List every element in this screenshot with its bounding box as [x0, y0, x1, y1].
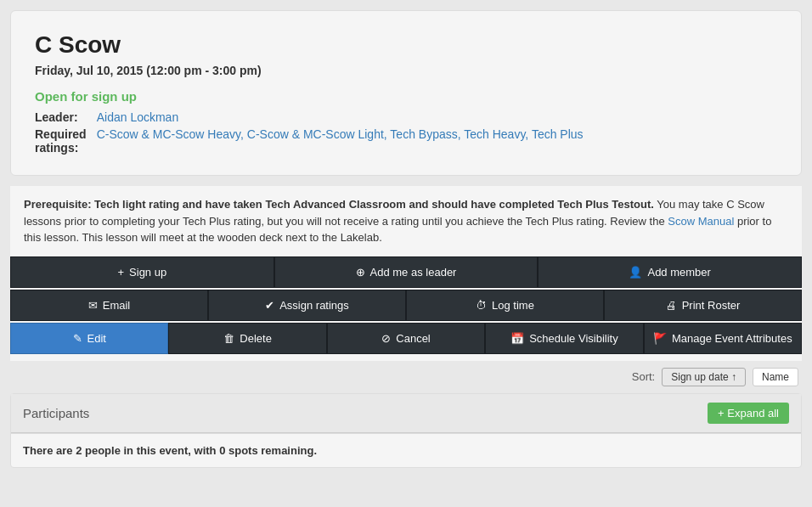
event-date: Friday, Jul 10, 2015 (12:00 pm - 3:00 pm… — [35, 64, 777, 77]
event-right-details: Open for sign up Leader: Aidan Lockman R… — [35, 89, 584, 155]
print-roster-button[interactable]: 🖨 Print Roster — [604, 290, 802, 321]
manage-event-attrs-button[interactable]: 🚩 Manage Event Attributes — [644, 323, 802, 354]
ratings-label: Requiredratings: — [35, 127, 87, 155]
event-status: Open for sign up — [35, 89, 584, 104]
assign-ratings-label: Assign ratings — [279, 299, 349, 312]
log-time-label: Log time — [492, 299, 534, 312]
leader-label: Leader: — [35, 110, 87, 124]
action-buttons: + Sign up ⊕ Add me as leader 👤 Add membe… — [10, 256, 802, 361]
manage-event-attrs-label: Manage Event Attributes — [672, 332, 792, 345]
log-time-button[interactable]: ⏱ Log time — [406, 290, 604, 321]
sort-signup-date-button[interactable]: Sign up date ↑ — [662, 368, 746, 386]
email-label: Email — [103, 299, 131, 312]
participants-section: Participants + Expand all There are 2 pe… — [10, 393, 802, 468]
add-leader-button[interactable]: ⊕ Add me as leader — [274, 256, 539, 288]
plus-icon: + — [117, 266, 124, 279]
participants-info: There are 2 people in this event, with 0… — [11, 433, 801, 467]
page-wrapper: C Scow Friday, Jul 10, 2015 (12:00 pm - … — [0, 0, 812, 478]
printer-icon: 🖨 — [666, 299, 677, 312]
prereq-bold: Prerequisite: Tech light rating and have… — [24, 198, 654, 211]
add-member-button[interactable]: 👤 Add member — [538, 256, 802, 288]
participants-title: Participants — [23, 406, 89, 420]
calendar-icon: 📅 — [510, 332, 524, 345]
cancel-button[interactable]: ⊘ Cancel — [327, 323, 485, 354]
delete-label: Delete — [240, 332, 272, 345]
scow-manual-link[interactable]: Scow Manual — [668, 215, 734, 228]
print-roster-label: Print Roster — [682, 299, 741, 312]
email-button[interactable]: ✉ Email — [10, 290, 208, 321]
schedule-visibility-button[interactable]: 📅 Schedule Visibility — [485, 323, 643, 354]
button-row-1: + Sign up ⊕ Add me as leader 👤 Add membe… — [10, 256, 802, 288]
event-card: C Scow Friday, Jul 10, 2015 (12:00 pm - … — [10, 10, 802, 176]
button-row-2: ✉ Email ✔ Assign ratings ⏱ Log time 🖨 Pr… — [10, 290, 802, 321]
button-row-3: ✎ Edit 🗑 Delete ⊘ Cancel 📅 Schedule Visi… — [10, 323, 802, 354]
assign-ratings-button[interactable]: ✔ Assign ratings — [208, 290, 406, 321]
event-title: C Scow — [35, 31, 777, 59]
detail-table: Leader: Aidan Lockman Requiredratings: C… — [35, 110, 584, 155]
cancel-icon: ⊘ — [381, 332, 391, 345]
sign-up-label: Sign up — [129, 266, 166, 279]
trash-icon: 🗑 — [223, 332, 234, 345]
checkmark-icon: ✔ — [265, 299, 274, 312]
add-leader-icon: ⊕ — [356, 266, 365, 279]
flag-icon: 🚩 — [653, 332, 667, 345]
participants-header: Participants + Expand all — [11, 394, 801, 433]
expand-all-button[interactable]: + Expand all — [708, 403, 789, 424]
leader-name[interactable]: Aidan Lockman — [97, 110, 584, 124]
sort-name-button[interactable]: Name — [753, 368, 798, 386]
edit-icon: ✎ — [73, 332, 82, 345]
user-icon: 👤 — [629, 266, 642, 279]
sign-up-button[interactable]: + Sign up — [10, 256, 274, 288]
event-details-row: Open for sign up Leader: Aidan Lockman R… — [35, 89, 777, 155]
schedule-visibility-label: Schedule Visibility — [529, 332, 618, 345]
clock-icon: ⏱ — [476, 299, 487, 312]
cancel-label: Cancel — [396, 332, 430, 345]
add-leader-label: Add me as leader — [370, 266, 457, 279]
edit-button[interactable]: ✎ Edit — [10, 323, 168, 354]
sort-label: Sort: — [632, 370, 655, 383]
ratings-value[interactable]: C-Scow & MC-Scow Heavy, C-Scow & MC-Scow… — [97, 127, 584, 155]
delete-button[interactable]: 🗑 Delete — [168, 323, 326, 354]
sort-row: Sort: Sign up date ↑ Name — [10, 361, 802, 393]
expand-all-label: + Expand all — [718, 407, 779, 420]
email-icon: ✉ — [88, 299, 98, 312]
prereq-box: Prerequisite: Tech light rating and have… — [10, 186, 802, 256]
add-member-label: Add member — [647, 266, 710, 279]
edit-label: Edit — [87, 332, 106, 345]
